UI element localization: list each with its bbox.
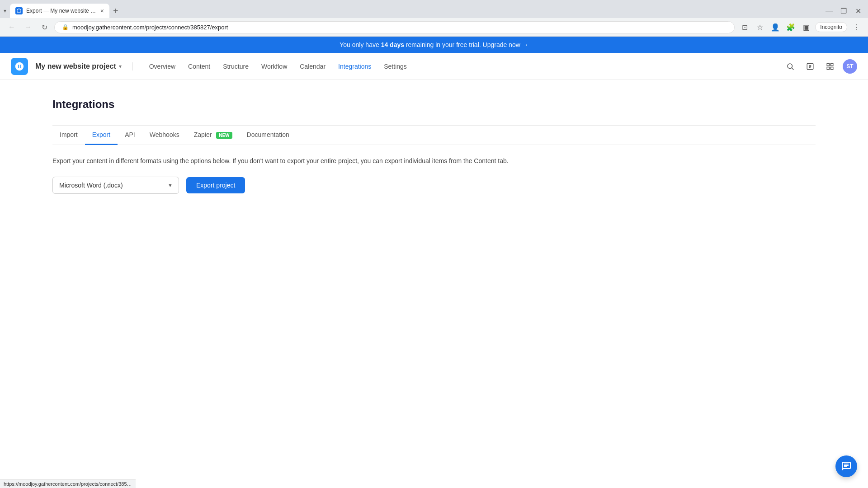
tab-export[interactable]: Export xyxy=(85,126,118,145)
incognito-badge: Incognito xyxy=(815,22,847,32)
tab-zapier[interactable]: Zapier NEW xyxy=(187,126,240,145)
tab-import[interactable]: Import xyxy=(52,126,85,145)
app-logo[interactable] xyxy=(11,58,28,75)
back-button[interactable]: ← xyxy=(5,21,18,33)
svg-rect-5 xyxy=(827,67,829,69)
page-title: Integrations xyxy=(52,98,816,111)
nav-overview[interactable]: Overview xyxy=(144,59,181,74)
sidebar-button[interactable]: ▣ xyxy=(800,21,812,33)
svg-rect-6 xyxy=(831,67,833,69)
tab-api[interactable]: API xyxy=(118,126,142,145)
profile-button[interactable]: 👤 xyxy=(769,21,782,33)
header-right: ST xyxy=(783,59,857,74)
minimize-button[interactable]: — xyxy=(823,5,835,17)
nav-calendar[interactable]: Calendar xyxy=(294,59,331,74)
tab-bar: ▾ Export — My new website proj × + — ❐ ✕ xyxy=(0,0,868,18)
tab-close-button[interactable]: × xyxy=(100,7,104,14)
export-button[interactable] xyxy=(803,59,817,74)
browser-nav-bar: ← → ↻ 🔒 moodjoy.gathercontent.com/projec… xyxy=(0,18,868,36)
integration-tabs: Import Export API Webhooks Zapier NEW Do… xyxy=(52,126,816,145)
nav-structure[interactable]: Structure xyxy=(217,59,254,74)
format-select-wrapper: Microsoft Word (.docx) PDF HTML CSV xyxy=(52,177,179,194)
project-name-wrapper[interactable]: My new website project ▾ xyxy=(35,62,133,70)
close-button[interactable]: ✕ xyxy=(852,5,864,17)
main-content: Integrations Import Export API Webhooks … xyxy=(0,80,868,212)
svg-rect-3 xyxy=(827,63,829,66)
zapier-new-badge: NEW xyxy=(216,132,232,139)
address-bar[interactable]: 🔒 moodjoy.gathercontent.com/projects/con… xyxy=(54,21,735,33)
nav-workflow[interactable]: Workflow xyxy=(256,59,292,74)
app-header: My new website project ▾ Overview Conten… xyxy=(0,53,868,80)
forward-button[interactable]: → xyxy=(22,21,34,33)
tab-documentation[interactable]: Documentation xyxy=(240,126,297,145)
main-nav: Overview Content Structure Workflow Cale… xyxy=(144,59,783,74)
export-controls: Microsoft Word (.docx) PDF HTML CSV Expo… xyxy=(52,177,816,194)
browser-tab[interactable]: Export — My new website proj × xyxy=(10,4,109,18)
trial-text-before: You only have xyxy=(340,41,381,48)
tab-webhooks[interactable]: Webhooks xyxy=(142,126,187,145)
tab-dropdown-button[interactable]: ▾ xyxy=(4,8,6,14)
search-button[interactable] xyxy=(783,59,797,74)
lock-icon: 🔒 xyxy=(62,24,69,30)
export-description: Export your content in different formats… xyxy=(52,156,550,166)
nav-integrations[interactable]: Integrations xyxy=(333,59,377,74)
svg-point-0 xyxy=(788,64,793,69)
svg-rect-4 xyxy=(831,63,833,66)
browser-actions: ⊡ ☆ 👤 🧩 ▣ Incognito ⋮ xyxy=(738,21,863,33)
extensions-button[interactable]: ⊡ xyxy=(738,21,751,33)
nav-settings[interactable]: Settings xyxy=(378,59,412,74)
trial-banner: You only have 14 days remaining in your … xyxy=(0,37,868,53)
maximize-button[interactable]: ❐ xyxy=(837,5,850,17)
refresh-button[interactable]: ↻ xyxy=(38,21,51,33)
tab-title: Export — My new website proj xyxy=(26,8,97,14)
trial-text-after: remaining in your free trial. xyxy=(404,41,483,48)
puzzle-button[interactable]: 🧩 xyxy=(784,21,797,33)
browser-chrome: ▾ Export — My new website proj × + — ❐ ✕… xyxy=(0,0,868,37)
nav-content[interactable]: Content xyxy=(183,59,216,74)
project-name: My new website project xyxy=(35,62,116,70)
project-dropdown-icon: ▾ xyxy=(119,63,122,70)
bookmark-button[interactable]: ☆ xyxy=(754,21,766,33)
menu-button[interactable]: ⋮ xyxy=(850,21,863,33)
trial-days: 14 days xyxy=(381,41,404,48)
url-text: moodjoy.gathercontent.com/projects/conne… xyxy=(72,24,727,31)
export-project-button[interactable]: Export project xyxy=(186,177,245,193)
grid-button[interactable] xyxy=(823,59,837,74)
window-controls: — ❐ ✕ xyxy=(823,5,864,17)
user-avatar[interactable]: ST xyxy=(843,59,857,74)
new-tab-button[interactable]: + xyxy=(109,4,122,18)
tab-favicon xyxy=(15,7,23,14)
format-select[interactable]: Microsoft Word (.docx) PDF HTML CSV xyxy=(52,177,179,194)
upgrade-link[interactable]: Upgrade now → xyxy=(483,41,528,48)
svg-line-1 xyxy=(792,68,793,70)
